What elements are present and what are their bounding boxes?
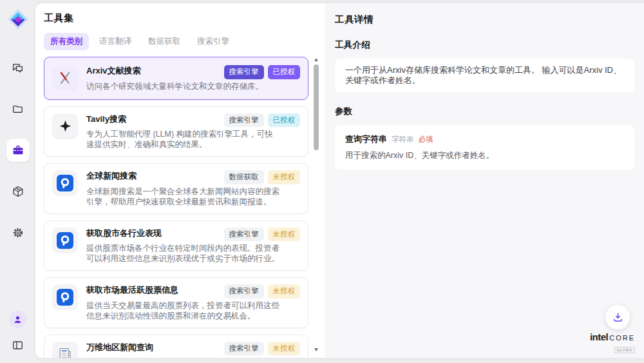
tools-pane-title: 工具集 <box>44 12 325 25</box>
tool-name: 获取市场最活跃股票信息 <box>86 284 178 295</box>
tool-description: 提供当天交易量最高的股票列表，投资者可以利用这些信息来识别流动性强的股票和潜在的… <box>86 300 281 321</box>
tool-list-item[interactable]: Tavily搜索 搜索引擎 已授权 专为人工智能代理 (LLM) 构建的搜索引擎… <box>44 106 308 157</box>
tool-list-item[interactable]: Arxiv文献搜索 搜索引擎 已授权 访问各个研究领域大量科学论文和文章的存储库… <box>44 57 308 100</box>
param-required-flag: 必填 <box>419 135 433 144</box>
scrollbar[interactable] <box>312 57 320 353</box>
status-badge: 未授权 <box>268 170 301 184</box>
scrollbar-down-arrow-icon[interactable] <box>314 348 318 351</box>
category-badge: 搜索引擎 <box>224 113 264 128</box>
user-avatar-icon[interactable] <box>9 311 26 328</box>
tool-list-item[interactable]: 获取股市各行业表现 搜索引擎 未授权 提供股票市场各个行业在特定时间段内的表现。… <box>44 221 308 271</box>
tool-description: 查询具体行政区划内的新闻，快速了解各地新闻动 <box>86 357 281 358</box>
tool-name: 获取股市各行业表现 <box>86 228 162 239</box>
arxiv-logo-icon <box>52 65 78 91</box>
status-badge: 已授权 <box>268 113 301 128</box>
category-badge: 搜索引擎 <box>224 228 264 242</box>
status-badge: 未授权 <box>268 342 301 356</box>
status-badge: 未授权 <box>268 228 301 242</box>
scrollbar-thumb[interactable] <box>314 64 319 150</box>
tool-name: Arxiv文献搜索 <box>86 65 141 76</box>
tool-name: 万维地区新闻查询 <box>86 342 153 353</box>
param-type: 字符串 <box>392 135 414 144</box>
tool-list-item[interactable]: 获取市场最活跃股票信息 搜索引擎 未授权 提供当天交易量最高的股票列表，投资者可… <box>44 277 308 328</box>
chat-icon[interactable] <box>6 56 30 79</box>
intro-heading: 工具介绍 <box>335 39 634 51</box>
tool-description: 专为人工智能代理 (LLM) 构建的搜索引擎工具，可快速提供实时、准确和真实的结… <box>86 129 281 150</box>
intel-core-logo: intel core ultra <box>586 331 635 354</box>
category-badge: 搜索引擎 <box>224 284 264 299</box>
ultra-badge: ultra <box>614 347 635 353</box>
main-shell: 工具集 所有类别语言翻译数据获取搜索引擎 Arxiv文献搜索 搜索引擎 已授权 … <box>35 3 644 358</box>
tool-description: 提供股票市场各个行业在特定时间段内的表现。投资者可以利用这些信息来识别表现优于或… <box>86 243 281 264</box>
tools-pane: 工具集 所有类别语言翻译数据获取搜索引擎 Arxiv文献搜索 搜索引擎 已授权 … <box>35 3 325 358</box>
param-description: 用于搜索的Arxiv ID、关键字或作者姓名。 <box>345 150 624 161</box>
newspaper-icon <box>52 342 78 358</box>
category-tab-0[interactable]: 所有类别 <box>44 33 89 50</box>
juhe-q-logo-icon <box>52 284 78 310</box>
category-tab-3[interactable]: 搜索引擎 <box>191 33 236 50</box>
core-wordmark: core <box>609 334 635 342</box>
juhe-q-logo-icon <box>52 228 78 253</box>
tool-list: Arxiv文献搜索 搜索引擎 已授权 访问各个研究领域大量科学论文和文章的存储库… <box>44 57 308 358</box>
rail-bottom <box>9 311 27 354</box>
download-icon <box>612 311 624 324</box>
toolbox-icon[interactable] <box>6 139 30 162</box>
package-icon[interactable] <box>6 180 30 203</box>
settings-gear-icon[interactable] <box>6 221 30 244</box>
tool-list-item[interactable]: 万维地区新闻查询 搜索引擎 未授权 查询具体行政区划内的新闻，快速了解各地新闻动 <box>44 335 308 358</box>
tool-description: 全球新闻搜索是一个聚合全球各大新闻网站内容的搜索引擎，帮助用户快速获取全球最新资… <box>86 186 281 207</box>
scrollbar-up-arrow-icon[interactable] <box>314 58 318 61</box>
category-badge: 搜索引擎 <box>224 342 264 356</box>
details-title: 工具详情 <box>335 14 634 26</box>
param-name: 查询字符串 <box>345 133 387 145</box>
download-button[interactable] <box>605 305 630 329</box>
left-rail <box>0 0 35 363</box>
category-tab-2[interactable]: 数据获取 <box>142 33 187 50</box>
param-card: 查询字符串 字符串 必填 用于搜索的Arxiv ID、关键字或作者姓名。 <box>335 125 634 170</box>
intel-wordmark: intel <box>590 331 608 342</box>
tool-description: 访问各个研究领域大量科学论文和文章的存储库。 <box>86 81 281 92</box>
status-badge: 未授权 <box>268 284 301 299</box>
tool-name: 全球新闻搜索 <box>86 170 137 181</box>
tool-name: Tavily搜索 <box>86 113 126 124</box>
rail-nav <box>6 56 30 244</box>
category-tabs: 所有类别语言翻译数据获取搜索引擎 <box>44 33 325 50</box>
app-logo-icon[interactable] <box>7 8 29 30</box>
panel-layout-icon[interactable] <box>9 336 27 354</box>
tool-details-pane: 工具详情 工具介绍 一个用于从Arxiv存储库搜索科学论文和文章的工具。 输入可… <box>325 3 644 358</box>
params-heading: 参数 <box>335 106 634 117</box>
status-badge: 已授权 <box>268 65 301 79</box>
juhe-q-logo-icon <box>52 170 78 196</box>
category-badge: 搜索引擎 <box>224 65 264 79</box>
intro-card: 一个用于从Arxiv存储库搜索科学论文和文章的工具。 输入可以是Arxiv ID… <box>335 59 634 92</box>
tool-list-item[interactable]: 全球新闻搜索 数据获取 未授权 全球新闻搜索是一个聚合全球各大新闻网站内容的搜索… <box>44 163 308 214</box>
category-badge: 数据获取 <box>224 170 264 184</box>
category-tab-1[interactable]: 语言翻译 <box>93 33 138 50</box>
folder-icon[interactable] <box>6 97 30 121</box>
tavily-star-icon <box>52 113 78 139</box>
